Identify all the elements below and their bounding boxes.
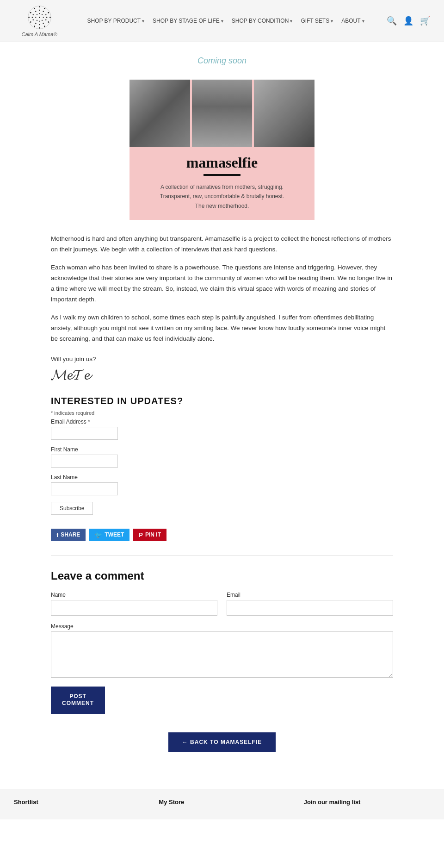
svg-point-22 <box>31 17 32 18</box>
email-label: Email Address * <box>51 418 393 425</box>
comment-message-group: Message <box>51 623 393 679</box>
chevron-down-icon: ▾ <box>221 19 223 24</box>
nav-gift-sets[interactable]: GIFT SETS ▾ <box>301 18 333 24</box>
share-twitter-button[interactable]: 🐦 TWEET <box>89 529 130 541</box>
pinterest-icon: P <box>139 531 143 538</box>
back-to-mamaselfie-button[interactable]: ← BACK TO MAMASELFIE <box>168 732 276 752</box>
svg-point-18 <box>43 23 43 24</box>
hero-photo-2 <box>192 80 253 147</box>
svg-point-8 <box>34 25 35 27</box>
social-share: f SHARE 🐦 TWEET P PIN IT <box>51 529 393 541</box>
comment-email-label: Email <box>227 592 393 598</box>
svg-point-23 <box>32 14 33 15</box>
chevron-down-icon: ▾ <box>290 19 292 24</box>
post-comment-button[interactable]: POSTCOMMENT <box>51 687 105 714</box>
footer-col-mailinglist: Join our mailing list <box>304 799 430 810</box>
chevron-down-icon: ▾ <box>331 19 333 24</box>
header-icons: 🔍 👤 🛒 <box>387 16 430 26</box>
cart-icon[interactable]: 🛒 <box>420 16 430 26</box>
article-paragraph-2: Each woman who has been invited to share… <box>51 262 393 305</box>
comment-name-label: Name <box>51 592 217 598</box>
svg-point-29 <box>39 21 40 22</box>
svg-point-19 <box>39 24 40 25</box>
footer-col-mailinglist-title: Join our mailing list <box>304 799 430 806</box>
nav-shop-by-stage[interactable]: SHOP BY STAGE OF LIFE ▾ <box>153 18 223 24</box>
comment-message-input[interactable] <box>51 631 393 678</box>
main-nav: SHOP BY PRODUCT ▾ SHOP BY STAGE OF LIFE … <box>65 18 387 24</box>
comment-name-group: Name <box>51 592 217 616</box>
svg-point-5 <box>48 21 49 23</box>
svg-point-24 <box>35 11 36 12</box>
article-paragraph-1: Motherhood is hard and often anything bu… <box>51 234 393 255</box>
facebook-icon: f <box>56 531 58 538</box>
comment-name-input[interactable] <box>51 600 217 616</box>
newsletter-section: INTERESTED IN UPDATES? * indicates requi… <box>51 396 393 515</box>
comment-form-row: Name Email <box>51 592 393 616</box>
svg-point-2 <box>44 8 45 9</box>
svg-point-33 <box>39 17 40 18</box>
will-join-text: Will you join us? <box>51 356 393 362</box>
signature: 𝓜𝓮𝓣𝓮 <box>51 367 393 382</box>
last-name-input[interactable] <box>51 482 118 495</box>
svg-point-16 <box>46 17 47 18</box>
email-form-group: Email Address * <box>51 418 393 440</box>
hero-photo-3 <box>254 80 314 147</box>
last-name-label: Last Name <box>51 474 393 481</box>
hero-subtitle: A collection of narratives from mothers,… <box>130 182 314 211</box>
logo-area[interactable]: Calm A Mama® <box>14 5 65 37</box>
hero-photos <box>130 80 314 147</box>
search-icon[interactable]: 🔍 <box>387 16 397 26</box>
share-facebook-button[interactable]: f SHARE <box>51 529 86 541</box>
share-pinterest-button[interactable]: P PIN IT <box>133 529 166 541</box>
hero-block: mamaselfie A collection of narratives fr… <box>130 80 314 220</box>
required-note: * indicates required <box>51 410 393 416</box>
svg-point-31 <box>35 17 36 18</box>
svg-point-12 <box>34 8 35 9</box>
nav-shop-by-condition[interactable]: SHOP BY CONDITION ▾ <box>232 18 293 24</box>
coming-soon-label: Coming soon <box>51 56 393 66</box>
user-icon[interactable]: 👤 <box>403 16 413 26</box>
chevron-down-icon: ▾ <box>142 19 144 24</box>
svg-point-15 <box>45 14 46 15</box>
comment-email-input[interactable] <box>227 600 393 616</box>
svg-point-11 <box>30 12 31 13</box>
first-name-input[interactable] <box>51 455 118 468</box>
svg-point-14 <box>43 11 43 12</box>
article-body: Motherhood is hard and often anything bu… <box>51 234 393 344</box>
svg-point-13 <box>39 10 40 11</box>
hero-photo-1 <box>130 80 190 147</box>
comment-section: Leave a comment Name Email Message POSTC… <box>51 569 393 714</box>
back-section: ← BACK TO MAMASELFIE <box>51 732 393 752</box>
site-footer: Shortlist My Store Join our mailing list <box>0 789 444 819</box>
svg-point-10 <box>28 17 30 18</box>
newsletter-title: INTERESTED IN UPDATES? <box>51 396 393 406</box>
svg-point-32 <box>36 14 37 15</box>
svg-point-20 <box>35 23 36 24</box>
footer-col-mystore: My Store <box>159 799 285 810</box>
comment-title: Leave a comment <box>51 569 393 582</box>
nav-shop-by-product[interactable]: SHOP BY PRODUCT ▾ <box>87 18 144 24</box>
logo-icon <box>27 5 52 30</box>
nav-about[interactable]: ABOUT ▾ <box>341 18 364 24</box>
first-name-label: First Name <box>51 446 393 453</box>
comment-message-label: Message <box>51 623 393 630</box>
article-paragraph-3: As I walk my own children to school, som… <box>51 312 393 344</box>
logo-text: Calm A Mama® <box>22 31 57 37</box>
footer-col-mystore-title: My Store <box>159 799 285 806</box>
svg-point-30 <box>36 20 37 21</box>
svg-point-3 <box>48 12 49 13</box>
svg-point-25 <box>39 13 40 14</box>
svg-point-9 <box>30 21 31 23</box>
first-name-form-group: First Name <box>51 446 393 468</box>
footer-col-shortlist: Shortlist <box>14 799 140 810</box>
svg-point-7 <box>39 27 40 29</box>
svg-point-4 <box>49 17 51 18</box>
svg-point-21 <box>32 19 33 20</box>
section-divider <box>51 555 393 556</box>
svg-point-28 <box>41 20 42 21</box>
last-name-form-group: Last Name <box>51 474 393 495</box>
svg-point-17 <box>45 19 46 20</box>
subscribe-button[interactable]: Subscribe <box>51 502 93 515</box>
email-input[interactable] <box>51 427 118 440</box>
site-header: Calm A Mama® SHOP BY PRODUCT ▾ SHOP BY S… <box>0 0 444 42</box>
